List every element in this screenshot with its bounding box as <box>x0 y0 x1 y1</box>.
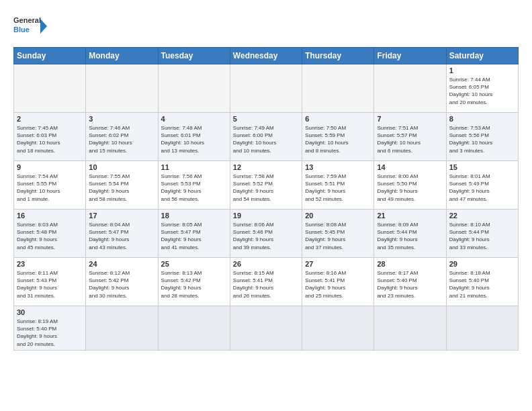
day-number: 30 <box>17 308 83 316</box>
day-cell <box>14 64 86 113</box>
day-cell: 5Sunrise: 7:49 AM Sunset: 6:00 PM Daylig… <box>230 113 302 161</box>
day-number: 23 <box>17 260 83 268</box>
day-cell: 28Sunrise: 8:17 AM Sunset: 5:40 PM Dayli… <box>374 258 446 306</box>
day-number: 4 <box>161 115 227 123</box>
day-info: Sunrise: 8:13 AM Sunset: 5:42 PM Dayligh… <box>161 269 227 300</box>
day-number: 3 <box>89 115 154 123</box>
calendar-table: SundayMondayTuesdayWednesdayThursdayFrid… <box>13 47 519 351</box>
day-info: Sunrise: 8:06 AM Sunset: 5:46 PM Dayligh… <box>233 221 299 251</box>
day-number: 17 <box>89 212 154 220</box>
day-cell: 27Sunrise: 8:16 AM Sunset: 5:41 PM Dayli… <box>302 258 374 306</box>
day-cell <box>86 306 158 351</box>
day-number: 18 <box>161 212 227 220</box>
day-cell <box>302 306 374 351</box>
day-cell: 11Sunrise: 7:56 AM Sunset: 5:53 PM Dayli… <box>158 161 230 210</box>
day-number: 25 <box>161 260 227 268</box>
weekday-thursday: Thursday <box>302 48 374 64</box>
day-cell <box>158 64 230 113</box>
day-info: Sunrise: 7:55 AM Sunset: 5:54 PM Dayligh… <box>89 173 154 203</box>
calendar-header: General Blue <box>13 12 519 40</box>
day-cell <box>230 64 302 113</box>
day-number: 13 <box>305 163 371 171</box>
day-cell <box>374 64 446 113</box>
day-info: Sunrise: 8:12 AM Sunset: 5:42 PM Dayligh… <box>89 269 154 300</box>
day-cell: 6Sunrise: 7:50 AM Sunset: 5:59 PM Daylig… <box>302 113 374 161</box>
day-cell: 12Sunrise: 7:58 AM Sunset: 5:52 PM Dayli… <box>230 161 302 210</box>
day-info: Sunrise: 8:08 AM Sunset: 5:45 PM Dayligh… <box>305 221 371 251</box>
day-info: Sunrise: 7:59 AM Sunset: 5:51 PM Dayligh… <box>305 173 371 203</box>
weekday-monday: Monday <box>86 48 158 64</box>
day-number: 10 <box>89 163 154 171</box>
day-number: 9 <box>17 163 83 171</box>
day-cell: 4Sunrise: 7:48 AM Sunset: 6:01 PM Daylig… <box>158 113 230 161</box>
day-number: 21 <box>377 212 443 220</box>
day-info: Sunrise: 8:19 AM Sunset: 5:40 PM Dayligh… <box>17 318 83 348</box>
day-cell <box>158 306 230 351</box>
week-row-5: 23Sunrise: 8:11 AM Sunset: 5:43 PM Dayli… <box>14 258 519 306</box>
day-cell: 8Sunrise: 7:53 AM Sunset: 5:56 PM Daylig… <box>446 113 518 161</box>
day-info: Sunrise: 7:58 AM Sunset: 5:52 PM Dayligh… <box>233 173 299 203</box>
week-row-3: 9Sunrise: 7:54 AM Sunset: 5:55 PM Daylig… <box>14 161 519 210</box>
day-number: 2 <box>17 115 83 123</box>
day-cell: 25Sunrise: 8:13 AM Sunset: 5:42 PM Dayli… <box>158 258 230 306</box>
day-number: 24 <box>89 260 154 268</box>
day-number: 15 <box>449 163 515 171</box>
day-info: Sunrise: 8:01 AM Sunset: 5:49 PM Dayligh… <box>449 173 515 203</box>
day-info: Sunrise: 8:16 AM Sunset: 5:41 PM Dayligh… <box>305 269 371 300</box>
logo-svg: General Blue <box>13 12 47 40</box>
day-number: 12 <box>233 163 299 171</box>
day-number: 11 <box>161 163 227 171</box>
day-cell <box>86 64 158 113</box>
day-info: Sunrise: 7:51 AM Sunset: 5:57 PM Dayligh… <box>377 124 443 154</box>
week-row-4: 16Sunrise: 8:03 AM Sunset: 5:48 PM Dayli… <box>14 210 519 258</box>
day-cell: 26Sunrise: 8:15 AM Sunset: 5:41 PM Dayli… <box>230 258 302 306</box>
day-cell: 16Sunrise: 8:03 AM Sunset: 5:48 PM Dayli… <box>14 210 86 258</box>
day-number: 16 <box>17 212 83 220</box>
logo: General Blue <box>13 12 47 40</box>
day-cell: 1Sunrise: 7:44 AM Sunset: 6:05 PM Daylig… <box>446 64 518 113</box>
day-cell: 15Sunrise: 8:01 AM Sunset: 5:49 PM Dayli… <box>446 161 518 210</box>
day-number: 19 <box>233 212 299 220</box>
day-info: Sunrise: 7:48 AM Sunset: 6:01 PM Dayligh… <box>161 124 227 154</box>
day-number: 5 <box>233 115 299 123</box>
day-cell: 22Sunrise: 8:10 AM Sunset: 5:44 PM Dayli… <box>446 210 518 258</box>
day-info: Sunrise: 8:15 AM Sunset: 5:41 PM Dayligh… <box>233 269 299 300</box>
day-number: 27 <box>305 260 371 268</box>
day-cell: 29Sunrise: 8:18 AM Sunset: 5:40 PM Dayli… <box>446 258 518 306</box>
day-cell: 20Sunrise: 8:08 AM Sunset: 5:45 PM Dayli… <box>302 210 374 258</box>
day-info: Sunrise: 7:53 AM Sunset: 5:56 PM Dayligh… <box>449 124 515 154</box>
day-info: Sunrise: 7:44 AM Sunset: 6:05 PM Dayligh… <box>449 76 515 106</box>
day-cell: 19Sunrise: 8:06 AM Sunset: 5:46 PM Dayli… <box>230 210 302 258</box>
day-cell: 9Sunrise: 7:54 AM Sunset: 5:55 PM Daylig… <box>14 161 86 210</box>
weekday-saturday: Saturday <box>446 48 518 64</box>
day-number: 1 <box>449 66 515 75</box>
day-cell: 30Sunrise: 8:19 AM Sunset: 5:40 PM Dayli… <box>14 306 86 351</box>
day-info: Sunrise: 8:00 AM Sunset: 5:50 PM Dayligh… <box>377 173 443 203</box>
day-info: Sunrise: 8:09 AM Sunset: 5:44 PM Dayligh… <box>377 221 443 251</box>
week-row-1: 1Sunrise: 7:44 AM Sunset: 6:05 PM Daylig… <box>14 64 519 113</box>
day-info: Sunrise: 7:50 AM Sunset: 5:59 PM Dayligh… <box>305 124 371 154</box>
day-cell: 13Sunrise: 7:59 AM Sunset: 5:51 PM Dayli… <box>302 161 374 210</box>
day-number: 6 <box>305 115 371 123</box>
day-number: 26 <box>233 260 299 268</box>
week-row-6: 30Sunrise: 8:19 AM Sunset: 5:40 PM Dayli… <box>14 306 519 351</box>
week-row-2: 2Sunrise: 7:45 AM Sunset: 6:03 PM Daylig… <box>14 113 519 161</box>
day-info: Sunrise: 8:03 AM Sunset: 5:48 PM Dayligh… <box>17 221 83 251</box>
day-cell: 24Sunrise: 8:12 AM Sunset: 5:42 PM Dayli… <box>86 258 158 306</box>
day-info: Sunrise: 7:49 AM Sunset: 6:00 PM Dayligh… <box>233 124 299 154</box>
day-info: Sunrise: 8:18 AM Sunset: 5:40 PM Dayligh… <box>449 269 515 300</box>
day-info: Sunrise: 8:17 AM Sunset: 5:40 PM Dayligh… <box>377 269 443 300</box>
svg-marker-2 <box>40 19 47 34</box>
day-cell: 21Sunrise: 8:09 AM Sunset: 5:44 PM Dayli… <box>374 210 446 258</box>
day-cell: 23Sunrise: 8:11 AM Sunset: 5:43 PM Dayli… <box>14 258 86 306</box>
day-cell <box>374 306 446 351</box>
weekday-tuesday: Tuesday <box>158 48 230 64</box>
weekday-header-row: SundayMondayTuesdayWednesdayThursdayFrid… <box>14 48 519 64</box>
day-cell: 18Sunrise: 8:05 AM Sunset: 5:47 PM Dayli… <box>158 210 230 258</box>
day-info: Sunrise: 8:04 AM Sunset: 5:47 PM Dayligh… <box>89 221 154 251</box>
day-cell: 14Sunrise: 8:00 AM Sunset: 5:50 PM Dayli… <box>374 161 446 210</box>
day-cell: 17Sunrise: 8:04 AM Sunset: 5:47 PM Dayli… <box>86 210 158 258</box>
day-info: Sunrise: 7:54 AM Sunset: 5:55 PM Dayligh… <box>17 173 83 203</box>
day-number: 7 <box>377 115 443 123</box>
day-info: Sunrise: 7:45 AM Sunset: 6:03 PM Dayligh… <box>17 124 83 154</box>
